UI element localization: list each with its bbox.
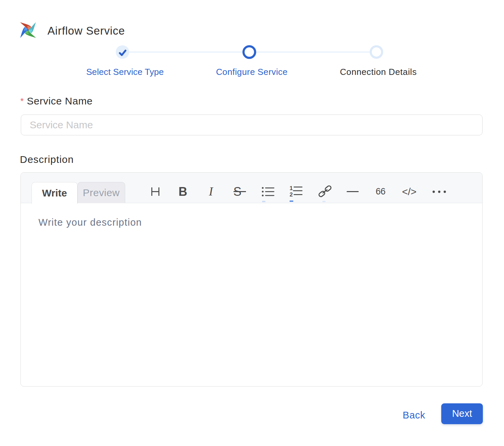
svg-text:2: 2 [290,191,293,197]
svg-text:1: 1 [290,185,293,191]
